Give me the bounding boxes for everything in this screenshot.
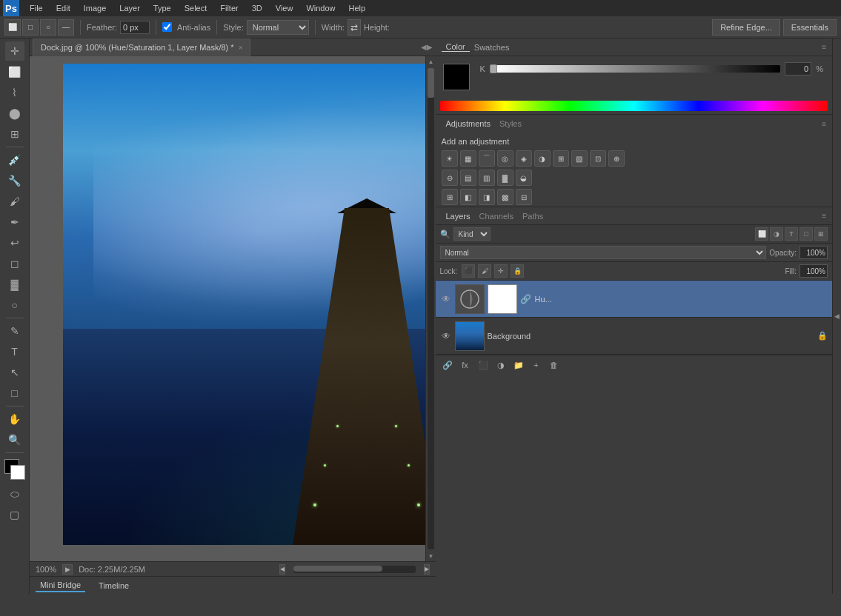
layer-item-hue-sat[interactable]: 👁 🔗 Hu... [436, 281, 833, 318]
canvas-tab-close[interactable]: × [239, 44, 243, 52]
adj-channel-mixer-btn[interactable]: ⊕ [608, 150, 625, 167]
foreground-background-colors[interactable] [4, 459, 25, 480]
tool-shape[interactable]: □ [5, 384, 24, 403]
menu-help[interactable]: Help [343, 2, 372, 14]
essentials-button[interactable]: Essentials [783, 19, 837, 36]
styles-tab[interactable]: Styles [495, 119, 526, 128]
toolbar-single-row-btn[interactable]: — [58, 19, 74, 36]
layer-eye-background[interactable]: 👁 [440, 330, 452, 342]
adj-exposure-btn[interactable]: ◎ [497, 150, 513, 167]
adjustments-tab[interactable]: Adjustments [442, 119, 496, 128]
vscroll-thumb[interactable] [428, 68, 434, 98]
color-k-thumb[interactable] [490, 64, 497, 73]
lock-all-btn[interactable]: 🔒 [511, 264, 524, 278]
adj-photo-filter-btn[interactable]: ⊡ [590, 150, 606, 167]
background-color[interactable] [10, 465, 25, 480]
toolbar-circle-btn[interactable]: ○ [40, 19, 56, 36]
blend-mode-select[interactable]: Normal Dissolve Multiply [440, 246, 767, 259]
mini-bridge-tab[interactable]: Mini Bridge [36, 579, 85, 592]
hscroll-track[interactable] [293, 566, 416, 573]
filter-shape-icon[interactable]: □ [800, 227, 813, 241]
layer-adjustment-btn[interactable]: ◑ [493, 358, 508, 372]
status-nav-right[interactable]: ▶ [424, 564, 430, 575]
tool-dodge[interactable]: ○ [5, 295, 24, 315]
menu-3d[interactable]: 3D [246, 2, 268, 14]
color-tab[interactable]: Color [442, 42, 470, 52]
tool-crop[interactable]: ⊞ [5, 124, 24, 144]
layer-link-footer-btn[interactable]: 🔗 [440, 358, 455, 372]
tool-gradient[interactable]: ▓ [5, 275, 24, 294]
color-spectrum[interactable] [440, 101, 828, 111]
lock-position-btn[interactable]: ✛ [494, 264, 508, 278]
tool-clone-stamp[interactable]: ✒ [5, 212, 24, 232]
fill-input[interactable] [800, 264, 828, 278]
layers-kind-select[interactable]: Kind [453, 227, 491, 241]
adj-icon3-3[interactable]: ◨ [479, 189, 495, 205]
menu-view[interactable]: View [270, 2, 299, 14]
menu-window[interactable]: Window [300, 2, 341, 14]
menu-layer[interactable]: Layer [113, 2, 146, 14]
channels-tab[interactable]: Channels [475, 212, 518, 221]
adj-bw-btn[interactable]: ▧ [571, 150, 588, 167]
vscroll-up[interactable]: ▲ [426, 56, 436, 67]
color-k-track[interactable] [493, 65, 781, 73]
tool-eyedropper[interactable]: 💉 [5, 150, 24, 170]
layers-tab[interactable]: Layers [442, 212, 475, 221]
color-panel-collapse[interactable]: ≡ [822, 43, 826, 51]
layers-panel-collapse[interactable]: ≡ [822, 212, 826, 220]
adj-levels-btn[interactable]: ▦ [460, 150, 476, 167]
right-panel-collapse[interactable]: ◀ [832, 38, 841, 594]
filter-pixel-icon[interactable]: ⬜ [755, 227, 768, 241]
tool-history-brush[interactable]: ↩ [5, 233, 24, 252]
menu-edit[interactable]: Edit [50, 2, 76, 14]
adj-selective-color-btn[interactable]: ◒ [516, 170, 532, 186]
canvas-vscroll[interactable]: ▲ ▼ [425, 56, 436, 561]
tool-screen-mode[interactable]: ▢ [5, 505, 24, 524]
style-select[interactable]: Normal Fixed Ratio Fixed Size [247, 20, 309, 35]
feather-input[interactable] [120, 21, 150, 34]
opacity-input[interactable] [800, 246, 828, 259]
swap-dimensions-btn[interactable]: ⇄ [348, 19, 361, 36]
layer-group-btn[interactable]: 📁 [511, 358, 526, 372]
lock-image-btn[interactable]: 🖌 [478, 264, 491, 278]
color-k-input[interactable] [785, 62, 811, 76]
adj-gradient-map-btn[interactable]: ▓ [497, 170, 513, 186]
tool-brush[interactable]: 🖌 [5, 192, 24, 211]
layer-new-btn[interactable]: + [529, 358, 544, 372]
adj-icon3-2[interactable]: ◧ [460, 189, 476, 205]
lock-transparent-btn[interactable]: ⬛ [462, 264, 475, 278]
menu-file[interactable]: File [24, 2, 49, 14]
anti-alias-checkbox[interactable] [162, 22, 172, 32]
tool-quick-mask[interactable]: ⬭ [5, 484, 24, 503]
tab-scroll-arrows[interactable]: ◀▶ [421, 43, 433, 51]
layer-fx-btn[interactable]: fx [458, 358, 473, 372]
tool-spot-healing[interactable]: 🔧 [5, 171, 24, 190]
adj-curves-btn[interactable]: ⌒ [479, 150, 495, 167]
menu-select[interactable]: Select [179, 2, 213, 14]
timeline-tab[interactable]: Timeline [94, 580, 133, 592]
hscroll-thumb[interactable] [293, 566, 382, 572]
adj-hue-sat-btn[interactable]: ◑ [534, 150, 551, 167]
adj-icon3-1[interactable]: ⊞ [442, 189, 458, 205]
paths-tab[interactable]: Paths [518, 212, 548, 221]
filter-smartobj-icon[interactable]: ⊞ [814, 227, 828, 241]
layer-mask-footer-btn[interactable]: ⬛ [476, 358, 491, 372]
tool-quick-select[interactable]: ⬤ [5, 104, 24, 123]
adj-invert-btn[interactable]: ⊖ [442, 170, 458, 186]
tool-zoom[interactable]: 🔍 [5, 430, 24, 449]
adj-posterize-btn[interactable]: ▤ [460, 170, 476, 186]
adj-color-balance-btn[interactable]: ⊞ [553, 150, 569, 167]
layer-item-background[interactable]: 👁 Background 🔒 [436, 318, 833, 355]
tool-pen[interactable]: ✎ [5, 321, 24, 341]
refine-edge-button[interactable]: Refine Edge... [712, 19, 780, 36]
swatches-tab[interactable]: Swatches [470, 43, 514, 52]
tool-path-select[interactable]: ↖ [5, 363, 24, 382]
canvas-tab-dock[interactable]: Dock.jpg @ 100% (Hue/Saturation 1, Layer… [33, 38, 250, 56]
layer-eye-hue-sat[interactable]: 👁 [440, 293, 452, 305]
menu-type[interactable]: Type [147, 2, 177, 14]
tool-eraser[interactable]: ◻ [5, 254, 24, 273]
color-preview-swatch[interactable] [443, 64, 470, 90]
layer-delete-btn[interactable]: 🗑 [547, 358, 562, 372]
tool-rectangular-marquee[interactable]: ⬜ [5, 62, 24, 81]
tool-text[interactable]: T [5, 342, 24, 361]
